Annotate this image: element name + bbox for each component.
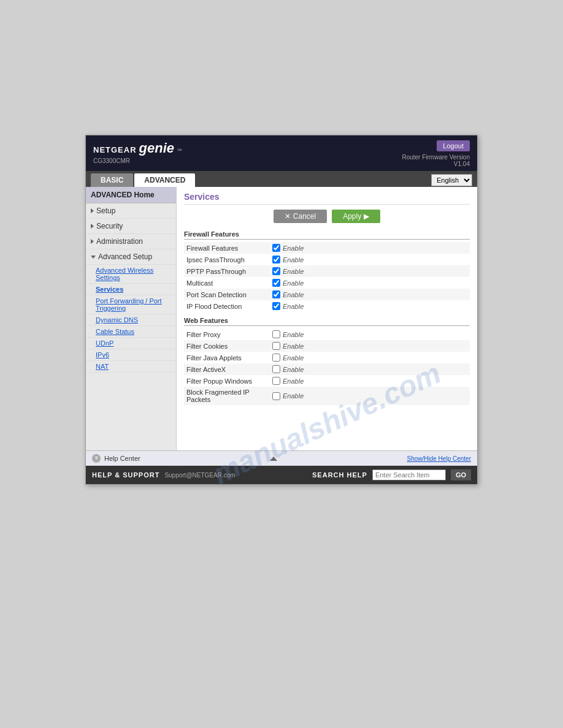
firmware-info: Router Firmware Version V1.04	[402, 154, 470, 167]
multicast-row: Multicast Enable	[184, 277, 470, 289]
show-hide-help-link[interactable]: Show/Hide Help Center	[407, 455, 471, 462]
arrow-down-icon	[91, 256, 96, 259]
filter-proxy-label: Filter Proxy	[186, 331, 272, 338]
tab-advanced[interactable]: ADVANCED	[134, 173, 195, 187]
sidebar-security-label: Security	[96, 222, 123, 230]
port-scan-detection-label: Port Scan Detection	[186, 291, 272, 298]
firewall-section-heading: Firewall Features	[184, 230, 470, 240]
footer-search-input[interactable]	[372, 469, 446, 480]
help-icon: ?	[92, 454, 101, 463]
pptp-passthrough-checkbox[interactable]	[272, 267, 280, 275]
pptp-enable: Enable	[283, 268, 304, 275]
block-fragmented-ip-row: Block Fragmented IP Packets Enable	[184, 387, 470, 405]
sidebar-setup-label: Setup	[96, 207, 115, 215]
filter-cookies-check: Enable	[272, 342, 304, 350]
port-scan-check: Enable	[272, 290, 304, 298]
content-area: ADVANCED Home Setup Security Administrat…	[86, 187, 477, 450]
sidebar-item-services[interactable]: Services	[86, 284, 176, 295]
multicast-check: Enable	[272, 279, 304, 287]
brand-tm: ™	[177, 148, 182, 154]
filter-popup-enable: Enable	[283, 377, 304, 385]
ip-flood-detection-label: IP Flood Detection	[186, 303, 272, 310]
filter-java-checkbox[interactable]	[272, 354, 280, 362]
sidebar-item-nat[interactable]: NAT	[86, 361, 176, 373]
brand-netgear-text: NETGEAR	[93, 145, 137, 154]
multicast-checkbox[interactable]	[272, 279, 280, 287]
port-scan-detection-row: Port Scan Detection Enable	[184, 289, 470, 300]
sidebar-item-security[interactable]: Security	[86, 219, 176, 234]
filter-java-check: Enable	[272, 354, 304, 362]
ipsec-passthrough-row: Ipsec PassThrough Enable	[184, 254, 470, 265]
sidebar-item-ipv6[interactable]: IPv6	[86, 349, 176, 361]
apply-button[interactable]: Apply ▶	[332, 210, 380, 223]
help-chevron-icon[interactable]	[270, 457, 277, 461]
pptp-passthrough-check: Enable	[272, 267, 304, 275]
pptp-passthrough-label: PPTP PassThrough	[186, 268, 272, 275]
port-scan-enable: Enable	[283, 291, 304, 298]
language-select[interactable]: English	[431, 174, 472, 186]
filter-popup-windows-row: Filter Popup Windows Enable	[184, 375, 470, 387]
sidebar-item-advanced-setup[interactable]: Advanced Setup	[86, 249, 176, 265]
cancel-label: Cancel	[293, 212, 316, 221]
brand-logo: NETGEAR genie ™	[93, 140, 182, 156]
ipsec-passthrough-label: Ipsec PassThrough	[186, 256, 272, 264]
help-center-label: Help Center	[104, 455, 140, 462]
multicast-enable: Enable	[283, 279, 304, 287]
sidebar-item-dynamic-dns[interactable]: Dynamic DNS	[86, 314, 176, 326]
filter-proxy-row: Filter Proxy Enable	[184, 328, 470, 340]
watermark-area: manualshive.com	[184, 405, 470, 442]
block-fragmented-checkbox[interactable]	[272, 392, 280, 400]
block-fragmented-ip-label: Block Fragmented IP Packets	[186, 389, 272, 403]
filter-activex-label: Filter ActiveX	[186, 366, 272, 373]
block-fragmented-enable: Enable	[283, 392, 304, 400]
logout-button[interactable]: Logout	[437, 140, 470, 151]
sidebar-advanced-setup-label: Advanced Setup	[98, 252, 152, 261]
firewall-features-enable: Enable	[283, 245, 304, 252]
multicast-label: Multicast	[186, 279, 272, 287]
firewall-features-label: Firewall Features	[186, 245, 272, 252]
apply-arrow-icon: ▶	[364, 212, 369, 221]
filter-java-applets-row: Filter Java Applets Enable	[184, 352, 470, 363]
action-bar: ✕ Cancel Apply ▶	[184, 210, 470, 223]
sidebar-item-udnp[interactable]: UDnP	[86, 338, 176, 349]
firewall-features-checkbox[interactable]	[272, 244, 280, 252]
brand: NETGEAR genie ™ CG3300CMR	[93, 140, 182, 164]
block-fragmented-check: Enable	[272, 392, 304, 400]
ipsec-passthrough-check: Enable	[272, 256, 304, 264]
tab-basic[interactable]: BASIC	[91, 173, 133, 187]
filter-activex-enable: Enable	[283, 366, 304, 373]
footer-support-link[interactable]: Support@NETGEAR.com	[164, 472, 235, 479]
sidebar-item-wireless-settings[interactable]: Advanced Wireless Settings	[86, 265, 176, 284]
ipsec-passthrough-checkbox[interactable]	[272, 256, 280, 264]
filter-cookies-enable: Enable	[283, 343, 304, 350]
web-section-heading: Web Features	[184, 317, 470, 326]
filter-proxy-check: Enable	[272, 330, 304, 338]
pptp-passthrough-row: PPTP PassThrough Enable	[184, 265, 470, 277]
filter-proxy-checkbox[interactable]	[272, 330, 280, 338]
filter-popup-check: Enable	[272, 377, 304, 385]
header-right: Logout Router Firmware Version V1.04	[402, 140, 470, 167]
firewall-features-row: Firewall Features Enable	[184, 242, 470, 254]
router-frame: NETGEAR genie ™ CG3300CMR Logout Router …	[85, 135, 478, 485]
filter-activex-row: Filter ActiveX Enable	[184, 363, 470, 375]
sidebar-item-setup[interactable]: Setup	[86, 203, 176, 219]
sidebar-item-port-forwarding[interactable]: Port Forwarding / Port Triggering	[86, 295, 176, 314]
footer-go-button[interactable]: GO	[451, 469, 471, 480]
footer-help-support-label: HELP & SUPPORT	[92, 471, 159, 479]
cancel-button[interactable]: ✕ Cancel	[274, 210, 327, 223]
filter-popup-checkbox[interactable]	[272, 377, 280, 385]
filter-popup-windows-label: Filter Popup Windows	[186, 377, 272, 385]
port-scan-checkbox[interactable]	[272, 290, 280, 298]
filter-cookies-checkbox[interactable]	[272, 342, 280, 350]
ip-flood-checkbox[interactable]	[272, 302, 280, 310]
sidebar-item-administration[interactable]: Administration	[86, 234, 176, 249]
brand-genie-text: genie	[139, 140, 174, 156]
lang-select-wrap: English	[431, 174, 472, 186]
sidebar-administration-label: Administration	[96, 237, 143, 246]
page-title: Services	[184, 192, 470, 205]
sidebar-item-cable-status[interactable]: Cable Status	[86, 326, 176, 338]
apply-label: Apply	[343, 212, 361, 221]
filter-activex-checkbox[interactable]	[272, 365, 280, 373]
nav-tabs: BASIC ADVANCED English	[86, 171, 477, 187]
ipsec-enable: Enable	[283, 256, 304, 264]
